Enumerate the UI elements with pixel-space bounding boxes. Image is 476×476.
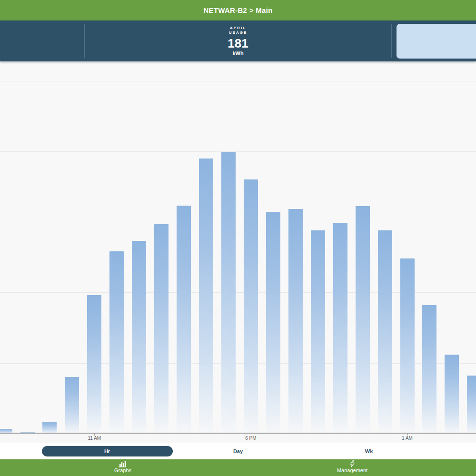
usage-unit: kWh	[232, 50, 243, 57]
usage-bar[interactable]	[378, 230, 392, 434]
usage-bar[interactable]	[65, 377, 79, 434]
axis-tick-label: 6 PM	[245, 436, 256, 441]
axis-tick-label: 1 AM	[402, 436, 413, 441]
breadcrumb-title: NETWAR-B2 > Main	[203, 6, 272, 14]
usage-period-line1: APRIL	[230, 26, 246, 30]
gridline	[0, 81, 476, 81]
usage-bar[interactable]	[311, 230, 325, 434]
usage-bar[interactable]	[467, 376, 476, 434]
usage-bar[interactable]	[422, 305, 436, 434]
nav-item-management[interactable]: Management	[319, 459, 386, 476]
usage-bar[interactable]	[87, 295, 101, 434]
usage-bar[interactable]	[132, 241, 146, 434]
usage-bar[interactable]	[445, 355, 459, 434]
usage-bar[interactable]	[199, 159, 213, 434]
bottom-nav: Graphs Management	[0, 459, 476, 476]
usage-bar[interactable]	[154, 224, 169, 434]
usage-period-line2: USAGE	[229, 30, 247, 35]
bar-chart-icon	[119, 459, 127, 467]
lightning-bolt-icon	[349, 459, 356, 467]
usage-bar[interactable]	[333, 223, 347, 434]
usage-bar[interactable]	[109, 251, 124, 434]
usage-bar[interactable]	[221, 152, 236, 434]
axis-tick-label: 11 AM	[88, 436, 101, 441]
usage-value: 181	[228, 36, 248, 50]
gridline	[0, 151, 476, 152]
usage-bar[interactable]	[177, 206, 191, 434]
app-bar: NETWAR-B2 > Main	[0, 0, 476, 20]
nav-item-graphs[interactable]: Graphs	[89, 459, 156, 476]
usage-bar[interactable]	[266, 212, 280, 434]
x-axis-line	[0, 433, 476, 434]
gridline	[0, 222, 476, 222]
usage-bar[interactable]	[42, 422, 57, 434]
range-toggle: Hr Day Wk	[42, 446, 435, 456]
nav-label: Management	[337, 467, 367, 474]
side-panel-card[interactable]	[397, 24, 476, 59]
usage-bar[interactable]	[400, 258, 415, 434]
x-axis-labels: 11 AM6 PM1 AM	[0, 434, 476, 443]
summary-header: APRIL USAGE 181 kWh	[0, 20, 476, 61]
usage-bar[interactable]	[244, 179, 258, 434]
usage-bar[interactable]	[356, 206, 370, 434]
screen: NETWAR-B2 > Main APRIL USAGE 181 kWh 11 …	[0, 0, 476, 476]
usage-bar[interactable]	[288, 209, 303, 434]
nav-label: Graphs	[114, 467, 131, 474]
toggle-wk[interactable]: Wk	[304, 446, 435, 456]
toggle-hr[interactable]: Hr	[42, 446, 173, 456]
usage-bar-chart	[0, 61, 476, 434]
toggle-day[interactable]: Day	[173, 446, 304, 456]
range-toggle-row: Hr Day Wk	[0, 443, 476, 459]
